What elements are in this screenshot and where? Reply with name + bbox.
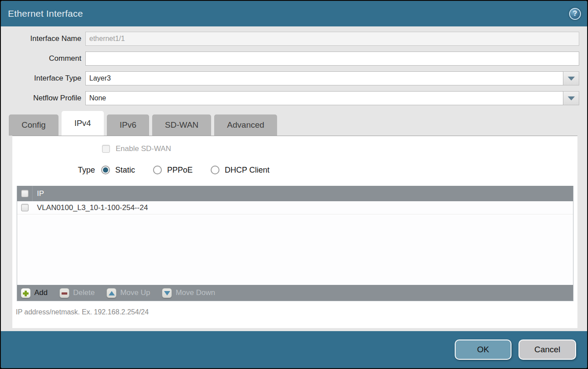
tabstrip: Config IPv4 IPv6 SD-WAN Advanced: [1, 111, 587, 136]
arrow-down-icon: [162, 288, 172, 298]
netflow-profile-value[interactable]: [85, 91, 563, 105]
table-row[interactable]: VLAN0100_L3_10-1-100-254--24: [17, 201, 573, 214]
delete-button-label: Delete: [73, 288, 95, 297]
type-label: Type: [12, 166, 95, 175]
radio-option-static[interactable]: Static: [101, 166, 135, 175]
ip-table-header: IP: [17, 186, 573, 201]
interface-type-dropdown[interactable]: [85, 71, 579, 85]
cancel-button[interactable]: Cancel: [519, 339, 576, 360]
arrow-up-icon: [106, 288, 117, 298]
interface-type-value[interactable]: [85, 71, 563, 85]
plus-icon: [21, 288, 31, 298]
minus-icon: [59, 288, 69, 298]
type-row: Type Static PPPoE DHCP Client: [12, 165, 577, 175]
interface-name-input: [85, 32, 579, 46]
interface-name-field-wrap: [85, 32, 579, 46]
ip-table-toolbar: Add Delete Move Up Move Down: [17, 285, 573, 301]
ok-button[interactable]: OK: [455, 339, 511, 360]
content-bottom-gap: [1, 328, 587, 331]
enable-sdwan-checkbox: [102, 145, 110, 153]
move-down-button: Move Down: [162, 288, 215, 298]
form-row-interface-name: Interface Name: [1, 32, 579, 46]
move-down-button-label: Move Down: [175, 288, 215, 297]
move-up-button-label: Move Up: [120, 288, 150, 297]
netflow-profile-dropdown-button[interactable]: [563, 91, 579, 105]
interface-type-dropdown-button[interactable]: [563, 71, 579, 85]
radio-dhcp-icon[interactable]: [211, 166, 219, 174]
radio-static-label: Static: [115, 166, 135, 175]
comment-label: Comment: [1, 54, 85, 63]
dialog-titlebar: Ethernet Interface ?: [1, 1, 587, 26]
dialog-title: Ethernet Interface: [8, 8, 83, 19]
enable-sdwan-row: Enable SD-WAN: [102, 145, 577, 153]
delete-button: Delete: [59, 288, 95, 298]
interface-type-label: Interface Type: [1, 74, 85, 83]
tab-ipv4[interactable]: IPv4: [62, 111, 104, 136]
row-ip-value[interactable]: VLAN0100_L3_10-1-100-254--24: [33, 203, 148, 212]
row-checkbox[interactable]: [21, 204, 29, 211]
row-checkbox-cell: [17, 201, 33, 214]
radio-option-pppoe[interactable]: PPPoE: [153, 166, 193, 175]
ip-hint-text: IP address/netmask. Ex. 192.168.2.254/24: [16, 308, 577, 316]
interface-name-label: Interface Name: [1, 34, 85, 43]
chevron-down-icon: [568, 77, 575, 81]
add-button[interactable]: Add: [21, 288, 47, 298]
radio-pppoe-label: PPPoE: [167, 166, 193, 175]
comment-input[interactable]: [85, 52, 579, 66]
add-button-label: Add: [34, 288, 47, 297]
netflow-profile-label: Netflow Profile: [1, 94, 85, 103]
dialog-content: Interface Name Comment Interface Type Ne…: [1, 26, 587, 331]
help-icon[interactable]: ?: [569, 8, 581, 20]
tab-config[interactable]: Config: [9, 114, 58, 136]
radio-static-icon[interactable]: [101, 166, 110, 174]
ip-table-body: VLAN0100_L3_10-1-100-254--24: [17, 201, 573, 285]
move-up-button: Move Up: [106, 288, 150, 298]
radio-pppoe-icon[interactable]: [153, 166, 162, 174]
ip-table: IP VLAN0100_L3_10-1-100-254--24 Add: [17, 186, 573, 301]
type-radio-group: Static PPPoE DHCP Client: [101, 166, 270, 175]
ethernet-interface-dialog: Ethernet Interface ? Interface Name Comm…: [0, 0, 588, 369]
radio-option-dhcp-client[interactable]: DHCP Client: [211, 166, 270, 175]
dialog-footer: OK Cancel: [1, 331, 587, 368]
netflow-profile-dropdown[interactable]: [85, 91, 579, 105]
ipv4-tab-panel: Enable SD-WAN Type Static PPPoE DHCP C: [12, 136, 577, 328]
form-row-interface-type: Interface Type: [1, 71, 579, 85]
comment-field-wrap: [85, 52, 579, 66]
tab-advanced[interactable]: Advanced: [214, 114, 277, 136]
chevron-down-icon: [568, 96, 575, 100]
ip-column-header: IP: [33, 189, 44, 198]
enable-sdwan-label: Enable SD-WAN: [116, 144, 171, 153]
select-all-checkbox[interactable]: [21, 190, 29, 197]
form-row-netflow-profile: Netflow Profile: [1, 91, 579, 105]
radio-dhcp-label: DHCP Client: [225, 166, 270, 175]
form-row-comment: Comment: [1, 52, 579, 66]
header-checkbox-cell: [17, 186, 33, 201]
tab-sdwan[interactable]: SD-WAN: [152, 114, 211, 136]
tab-ipv6[interactable]: IPv6: [107, 114, 149, 136]
